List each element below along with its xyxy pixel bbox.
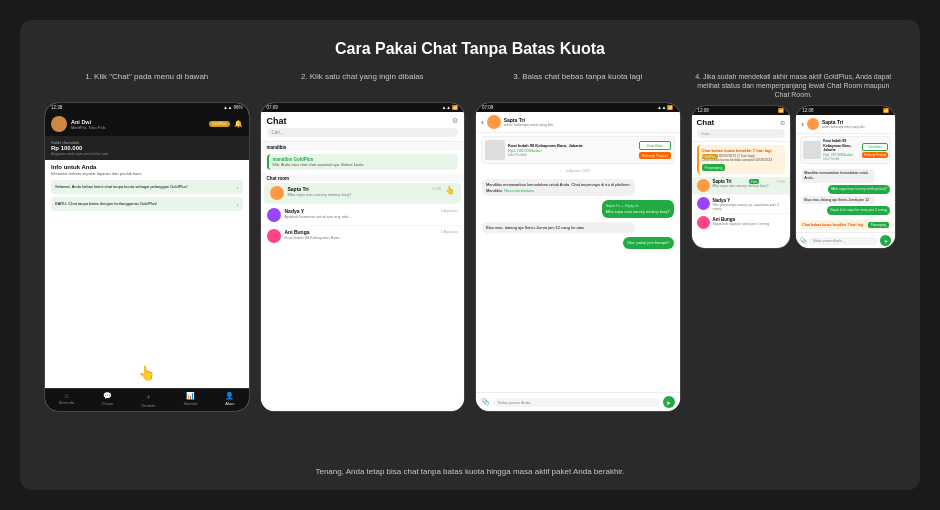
extend-banner: Chat bebas kuota berakhir 7 hari lagi Go… <box>697 145 786 174</box>
chat-item-nadya[interactable]: Nadya Y 3 Agustus Apakah berminat untuk … <box>261 205 465 226</box>
banner-1-text: Selamat, Anda bebas kirimi chat tanpa ku… <box>55 184 237 190</box>
signal-1: ▲▲ 96% <box>223 105 242 110</box>
main-card: Cara Pakai Chat Tanpa Batas Kuota 1. Kli… <box>20 20 920 490</box>
chat4-sapta[interactable]: Sapta Tri Free 17:06 Mba saya mau survey… <box>692 177 791 195</box>
listing-seller: Dari Pemilik <box>508 153 636 157</box>
conv-info: Sapta Tri online beberapa menit yang lal… <box>504 117 675 127</box>
info-section: Info untuk Anda Informasi terbaru seputa… <box>45 160 249 388</box>
extend-banner-title: Chat bebas kuota berakhir 7 hari lagi <box>702 148 772 153</box>
nav-beranda[interactable]: ⌂ Beranda <box>59 392 74 408</box>
home-shop-name: ManfPot- Toko Pols <box>71 125 205 130</box>
step-2: 2. Klik satu chat yang ingin dibalas 07:… <box>260 72 466 412</box>
step-4-label: 4. Jika sudah mendekati akhir masa aktif… <box>691 72 897 99</box>
marketplace-msg: Klik, Anda bisa chat chat sepenuhnya. Be… <box>273 162 455 167</box>
signal-4b: 📶 <box>883 108 889 113</box>
chatlist-title: Chat <box>267 116 287 126</box>
messages-area: Mandibis menawarkan kemudahan untuk Anda… <box>476 175 680 392</box>
chat-time-nadya: 3 Agustus <box>440 208 458 214</box>
page-title: Cara Pakai Chat Tanpa Batas Kuota <box>44 40 896 58</box>
chatroom-section-title: Chat room <box>261 173 465 182</box>
search-bar[interactable]: Cari... <box>267 128 459 137</box>
nav-akun[interactable]: 👤 Akun <box>225 392 234 408</box>
extend-banner-title-row: Chat bebas kuota berakhir 7 hari lagi <box>702 148 783 153</box>
banner-2: BARU: Chat tanpa batas dengan berlanggan… <box>51 197 243 211</box>
chat-item-bunga[interactable]: Ani Bunga 3 Agustus Kost Indah 99 Kebayo… <box>261 226 465 246</box>
attach4-icon[interactable]: 📎 <box>800 237 807 244</box>
chat-msg-bunga: Kost Indah 99 Kebayoran Baru... <box>285 235 459 240</box>
send4-btn[interactable]: ➤ <box>880 235 891 246</box>
msg4-3: Bisa mas, datang aja Senin-Jumat jam 12 <box>801 196 875 205</box>
extend-footer-btn[interactable]: Perpanjang <box>868 222 889 228</box>
chat4-sapta-msg: Mba saya mau survey minkop bisq? <box>713 184 786 188</box>
home-header: Ani Dwi ManfPot- Toko Pols GoldPlus 🔔 <box>45 112 249 136</box>
listing4-info: Kost Indah 99 Kebayoran Baru, Jakarta Rp… <box>823 139 860 161</box>
lihat-iklan-btn[interactable]: Lihat Iklan <box>639 141 671 150</box>
chat-item-sapta[interactable]: Sapta Tri 17:06 Mba saya mau survey mink… <box>264 183 462 204</box>
listing-card: Kost Indah 99 Kebayoran Baru, Jakarta Rp… <box>481 136 675 164</box>
step-3-label: 3. Balas chat bebas tanpa kuota lagi <box>513 72 642 96</box>
banner-1-arrow: › <box>237 184 239 190</box>
hubungi4-btn[interactable]: Hubungi Penjual <box>862 152 888 158</box>
tap-indicator: 👆 <box>445 186 455 195</box>
msg-2: Sapta Tri — Reply keMba saya mau survey … <box>602 200 674 217</box>
status-bar-3: 07:09 ▲▲ 📶 <box>476 103 680 112</box>
balance-sub: Anggaran anda agar premi iklan naik <box>51 152 243 156</box>
chat4-nadya[interactable]: Nadya Y Oke prosesnya survey ya. saya bi… <box>692 195 791 214</box>
step4-phones: 12:08 📶 Chat ⚙ Cari... <box>691 105 897 249</box>
chat-msg-sapta: Mba saya mau survey minkop bisq? <box>288 192 442 197</box>
chat4-title-row: Chat ⚙ <box>697 118 786 127</box>
extend-footer-text: Chat bebas kuota berakhir 7 hari lagi <box>802 223 863 227</box>
back-icon[interactable]: ‹ <box>481 118 484 127</box>
phone-4a: 12:08 📶 Chat ⚙ Cari... <box>691 105 792 249</box>
nav-statistik[interactable]: 📊 Statistik <box>183 392 197 408</box>
nav-pesan[interactable]: 💬 Pesan <box>102 392 113 408</box>
chat4-header: Chat ⚙ Cari... <box>692 115 791 142</box>
time-2: 07:09 <box>267 105 278 110</box>
phone-2: 07:09 ▲▲ 📶 Chat ⚙ Cari... mandibis <box>260 102 466 412</box>
chat4-input[interactable]: Balas pesan Anda... <box>809 237 878 245</box>
perpanjang-btn[interactable]: Perpanjang <box>702 164 726 171</box>
time-1: 12:38 <box>51 105 62 110</box>
lihat4-btn[interactable]: Lihat Iklan <box>862 143 888 151</box>
search4-bar[interactable]: Cari... <box>697 129 786 138</box>
time-4b: 12:08 <box>802 108 813 113</box>
marketplace-item[interactable]: mandibis GoldPlus Klik, Anda bisa chat c… <box>267 154 459 170</box>
conv-header: ‹ Sapta Tri online beberapa menit yang l… <box>476 112 680 133</box>
chat-info-bunga: Ani Bunga 3 Agustus Kost Indah 99 Kebayo… <box>285 229 459 240</box>
status-bar-1: 12:38 ▲▲ 96% <box>45 103 249 112</box>
signal-4a: 📶 <box>778 108 784 113</box>
conv-avatar <box>487 115 501 129</box>
send-btn[interactable]: ➤ <box>663 396 675 408</box>
hubungi-btn[interactable]: Hubungi Penjual <box>639 152 671 159</box>
home-user-info: Ani Dwi ManfPot- Toko Pols <box>71 119 205 130</box>
steps-row: 1. Klik "Chat" pada menu di bawah 12:38 … <box>44 72 896 451</box>
tap-icon: 👆 <box>445 186 455 195</box>
balance-value: Rp 100.000 <box>51 145 243 151</box>
avatar4-sapta <box>697 179 710 192</box>
signal-2: ▲▲ 📶 <box>442 105 458 110</box>
msg4-2: Mba saya mau survey minkop bisq? <box>828 185 890 194</box>
attach-icon[interactable]: 📎 <box>481 398 490 406</box>
nav-tambah[interactable]: ＋ Tambah <box>141 392 155 408</box>
step-2-label: 2. Klik satu chat yang ingin dibalas <box>301 72 424 96</box>
chat4-sapta-time: 17:06 <box>776 180 785 184</box>
goldplus-badge: GoldPlus <box>209 121 229 127</box>
filter-icon: ⚙ <box>452 117 458 125</box>
input4-bar: 📎 Balas pesan Anda... ➤ <box>796 232 895 248</box>
screen-chatlist: 07:09 ▲▲ 📶 Chat ⚙ Cari... mandibis <box>261 103 465 411</box>
chat-input[interactable]: Balas pesan Anda... <box>493 398 660 407</box>
info-sub: Informasi terbaru seputar layanan dan pr… <box>51 171 243 176</box>
hand-cursor-icon: 👆 <box>138 365 155 381</box>
msg-1: Mandibis menawarkan kemudahan untuk Anda… <box>482 179 635 196</box>
chat4-info-nadya: Nadya Y Oke prosesnya survey ya. saya bi… <box>713 197 786 211</box>
time-4a: 12:08 <box>698 108 709 113</box>
notification-icon: 🔔 <box>234 120 243 128</box>
status-bar-4b: 12:08 📶 <box>796 106 895 115</box>
banner-2-arrow: › <box>237 201 239 207</box>
akun-icon: 👤 <box>225 392 234 400</box>
chat4-bunga[interactable]: Ani Bunga Sapta bok saya ke sana jam 5 o… <box>692 214 791 231</box>
back4-icon[interactable]: ‹ <box>801 120 804 129</box>
status-bar-2: 07:09 ▲▲ 📶 <box>261 103 465 112</box>
info-title: Info untuk Anda <box>51 164 243 170</box>
phone-3: 07:09 ▲▲ 📶 ‹ Sapta Tri online beberapa m… <box>475 102 681 412</box>
